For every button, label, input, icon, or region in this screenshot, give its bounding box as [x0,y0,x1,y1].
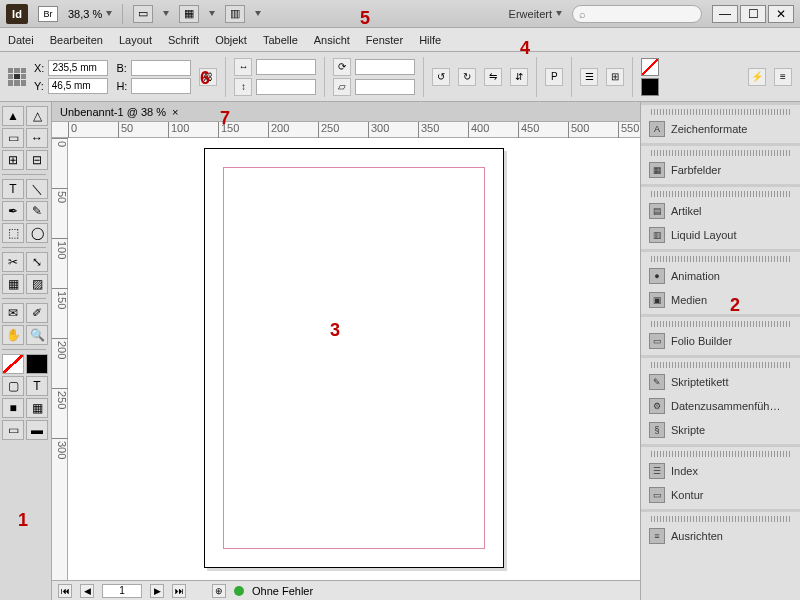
next-page-button[interactable]: ▶ [150,584,164,598]
content-placer-tool[interactable]: ⊟ [26,150,48,170]
distribute-icon[interactable]: ⊞ [606,68,624,86]
panel-liquidlayout[interactable]: ▥Liquid Layout [641,223,800,247]
quick-apply-icon[interactable]: ⚡ [748,68,766,86]
note-tool[interactable]: ✉ [2,303,24,323]
control-panel: X: Y: B: H: ⛓ ↔ ↕ ⟳ ▱ ↺ ↻ ⇋ ⇵ P ☰ ⊞ [0,52,800,102]
reference-point-selector[interactable] [8,68,26,86]
rectangle-frame-tool[interactable]: ⬚ [2,223,24,243]
menu-ansicht[interactable]: Ansicht [314,34,350,46]
panel-kontur[interactable]: ▭Kontur [641,483,800,507]
normal-view-icon[interactable]: ▭ [2,420,24,440]
hand-tool[interactable]: ✋ [2,325,24,345]
w-input[interactable] [131,60,191,76]
screen-mode-button[interactable]: ▭ [133,5,153,23]
preview-view-icon[interactable]: ▬ [26,420,48,440]
gap-tool[interactable]: ↔ [26,128,48,148]
menu-tabelle[interactable]: Tabelle [263,34,298,46]
apply-color-icon[interactable]: ■ [2,398,24,418]
menu-hilfe[interactable]: Hilfe [419,34,441,46]
menu-fenster[interactable]: Fenster [366,34,403,46]
h-input[interactable] [131,78,191,94]
pencil-tool[interactable]: ✎ [26,201,48,221]
eyedropper-tool[interactable]: ✐ [26,303,48,323]
fill-swatch[interactable] [641,58,659,76]
apply-gradient-icon[interactable]: ▦ [26,398,48,418]
x-input[interactable] [48,60,108,76]
type-tool[interactable]: T [2,179,24,199]
fill-proxy[interactable] [2,354,24,374]
panel-skriptetikett[interactable]: ✎Skriptetikett [641,370,800,394]
page-number-input[interactable] [102,584,142,598]
scissors-tool[interactable]: ✂ [2,252,24,272]
zoom-dropdown[interactable]: 38,3 % [68,8,112,20]
toolbox: ▲△ ▭↔ ⊞⊟ T＼ ✒✎ ⬚◯ ✂⤡ ▦▨ ✉✐ ✋🔍 ▢T ■▦ ▭▬ [0,102,52,600]
search-input[interactable]: ⌕ [572,5,702,23]
first-page-button[interactable]: ⏮ [58,584,72,598]
menu-schrift[interactable]: Schrift [168,34,199,46]
content-collector-tool[interactable]: ⊞ [2,150,24,170]
minimize-button[interactable]: — [712,5,738,23]
last-page-button[interactable]: ⏭ [172,584,186,598]
stroke-proxy[interactable] [26,354,48,374]
maximize-button[interactable]: ☐ [740,5,766,23]
preflight-menu-icon[interactable]: ⊕ [212,584,226,598]
panel-medien[interactable]: ▣Medien [641,288,800,312]
panel-zeichenformate[interactable]: AZeichenformate [641,117,800,141]
zoom-tool[interactable]: 🔍 [26,325,48,345]
pen-tool[interactable]: ✒ [2,201,24,221]
menu-objekt[interactable]: Objekt [215,34,247,46]
canvas[interactable] [68,138,640,580]
select-container-icon[interactable]: P [545,68,563,86]
formatting-container-icon[interactable]: ▢ [2,376,24,396]
rotate-icon: ⟳ [333,58,351,76]
menu-layout[interactable]: Layout [119,34,152,46]
y-input[interactable] [48,78,108,94]
panel-icon: ● [649,268,665,284]
shear-input[interactable] [355,79,415,95]
direct-selection-tool[interactable]: △ [26,106,48,126]
panel-index[interactable]: ☰Index [641,459,800,483]
panel-farbfelder[interactable]: ▦Farbfelder [641,158,800,182]
line-tool[interactable]: ＼ [26,179,48,199]
rotate-ccw-icon[interactable]: ↺ [432,68,450,86]
formatting-text-icon[interactable]: T [26,376,48,396]
close-button[interactable]: ✕ [768,5,794,23]
flip-v-icon[interactable]: ⇵ [510,68,528,86]
panel-animation[interactable]: ●Animation [641,264,800,288]
prev-page-button[interactable]: ◀ [80,584,94,598]
gradient-feather-tool[interactable]: ▨ [26,274,48,294]
panel-ausrichten[interactable]: ≡Ausrichten [641,524,800,548]
page[interactable] [204,148,504,568]
gradient-swatch-tool[interactable]: ▦ [2,274,24,294]
panel-skripte[interactable]: §Skripte [641,418,800,442]
stroke-swatch[interactable] [641,78,659,96]
panel-foliobuilder[interactable]: ▭Folio Builder [641,329,800,353]
bridge-button[interactable]: Br [38,6,58,22]
menu-datei[interactable]: Datei [8,34,34,46]
constrain-proportions-icon[interactable]: ⛓ [199,68,217,86]
menu-bearbeiten[interactable]: Bearbeiten [50,34,103,46]
tab-close-icon[interactable]: × [172,106,178,118]
position-fields: X: Y: [34,60,108,94]
flip-h-icon[interactable]: ⇋ [484,68,502,86]
selection-tool[interactable]: ▲ [2,106,24,126]
workspace-switcher[interactable]: Erweitert [509,8,562,20]
view-options-button[interactable]: ▥ [225,5,245,23]
chevron-down-icon [209,11,215,16]
panel-menu-icon[interactable]: ≡ [774,68,792,86]
arrange-docs-button[interactable]: ▦ [179,5,199,23]
free-transform-tool[interactable]: ⤡ [26,252,48,272]
panel-dock: AZeichenformate▦Farbfelder▤Artikel▥Liqui… [640,102,800,600]
document-tab[interactable]: Unbenannt-1 @ 38 % × [52,102,640,122]
panel-datenzusammenfh[interactable]: ⚙Datenzusammenfüh… [641,394,800,418]
preflight-status-text: Ohne Fehler [252,585,313,597]
rotate-input[interactable] [355,59,415,75]
page-tool[interactable]: ▭ [2,128,24,148]
scale-x-input[interactable] [256,59,316,75]
scale-y-input[interactable] [256,79,316,95]
rotate-cw-icon[interactable]: ↻ [458,68,476,86]
rectangle-tool[interactable]: ◯ [26,223,48,243]
preflight-status-icon [234,586,244,596]
panel-artikel[interactable]: ▤Artikel [641,199,800,223]
align-icon[interactable]: ☰ [580,68,598,86]
